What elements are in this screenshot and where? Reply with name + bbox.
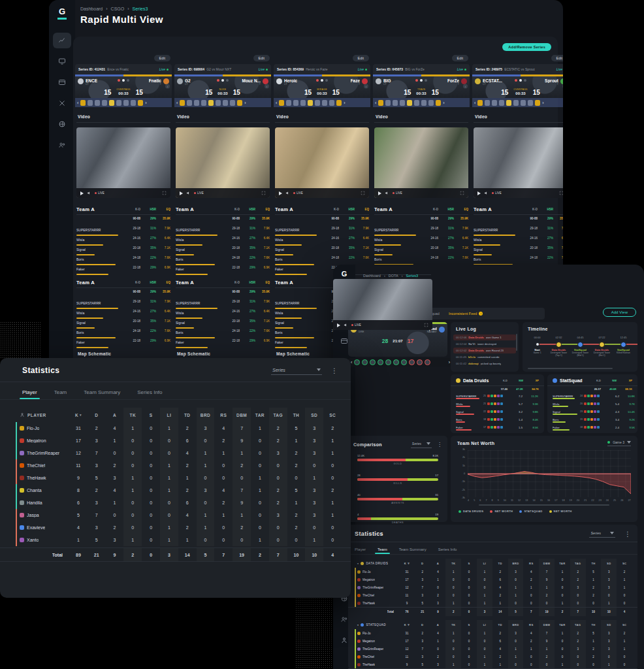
column-header[interactable]: SC (617, 559, 632, 568)
volume-icon[interactable] (385, 191, 389, 195)
timeline-event[interactable]: 12:45 StatSquad Killed Roshan (613, 336, 634, 357)
team-player-row[interactable]: SUPERSTARRR 29-18 31% 7.9K (275, 222, 369, 232)
column-header[interactable]: RS (523, 559, 539, 568)
info-icon[interactable]: i (364, 84, 368, 89)
strip-left-icon[interactable]: ‹ (474, 101, 475, 105)
column-header[interactable]: TAR (555, 620, 570, 629)
column-header[interactable]: LI (160, 408, 178, 422)
team-player-row[interactable]: Boris 24-18 22% 7.6K (176, 325, 270, 334)
video-thumbnail[interactable]: LIVE (275, 127, 369, 198)
edit-button[interactable]: Edit (154, 55, 170, 61)
play-icon[interactable] (378, 191, 381, 195)
timeline-event[interactable]: 07:22 Data Druids Destroyed Tower (Bot 1… (591, 336, 613, 357)
volume-icon[interactable] (484, 191, 489, 195)
column-header[interactable]: BRD (508, 620, 524, 629)
team-player-row[interactable]: Signal 20-18 35% 7.1K (76, 242, 170, 252)
team-player-row[interactable]: SUPERSTARRR 29-18 31% 7.9K (176, 222, 270, 232)
team-player-row[interactable]: Boris 24-18 22% 7.6K (474, 252, 563, 261)
breadcrumb-item[interactable]: CSGO (111, 7, 125, 11)
team-player-row[interactable]: Wisla 21 5-7 9.3K 16.1K (451, 400, 544, 408)
breadcrumb-item[interactable]: Dashboard (363, 274, 381, 278)
team-player-row[interactable]: Wisla 24-16 27% 6.4K (176, 305, 270, 315)
team-player-row[interactable]: Boris 24-18 22% 7.6K (76, 252, 170, 261)
strip-right-icon[interactable]: › (145, 101, 146, 105)
team-player-row[interactable]: SUPERSTARRR 29-18 31% 7.9K (76, 222, 170, 232)
player-stats-row[interactable]: Megatron 1731000602902131 (348, 637, 637, 645)
column-header[interactable]: TH (586, 620, 602, 629)
team-player-row[interactable]: SUPERSTARRR 29-18 31% 7.9K (374, 222, 468, 232)
column-header[interactable]: S (142, 408, 160, 422)
column-header[interactable]: DBM (233, 408, 251, 422)
play-icon[interactable] (180, 191, 183, 195)
column-header[interactable]: S (461, 620, 477, 629)
add-remove-series-button[interactable]: Add/Remove Series (502, 43, 551, 51)
column-header[interactable]: TH (287, 408, 306, 422)
team-player-row[interactable]: Wisla 24-16 27% 6.4K (474, 232, 563, 242)
video-thumbnail[interactable]: LIVE (176, 127, 270, 198)
team-player-row[interactable]: Signal 20-18 35% 7.1K (474, 242, 563, 252)
player-sort-icon[interactable] (20, 412, 25, 417)
breadcrumb-item[interactable]: Series3 (406, 274, 418, 278)
player-stats-row[interactable]: TheGrimReaper 1270000411103231 (348, 583, 637, 591)
round-players-strip[interactable]: ‹ › (373, 98, 470, 107)
player-stats-row[interactable]: Megatron 1731000602902131 (0, 434, 351, 447)
team-player-row[interactable]: Boris 24-18 22% 7.6K (176, 252, 270, 261)
volume-icon[interactable] (344, 323, 348, 327)
column-header[interactable]: D (415, 559, 430, 568)
tab-player[interactable]: Player (22, 387, 37, 399)
sort-icon[interactable]: ▾ (80, 413, 82, 417)
strip-right-icon[interactable]: › (449, 360, 450, 365)
player-stats-row[interactable]: Exavieve 432001210200200 (0, 521, 351, 534)
round-players-strip[interactable]: ‹ › (174, 98, 271, 107)
info-icon[interactable]: i (562, 84, 563, 89)
player-stats-row[interactable]: TheHawk 953101100010010 (0, 472, 351, 484)
strip-left-icon[interactable]: ‹ (77, 101, 78, 105)
app-logo[interactable]: G (57, 7, 67, 20)
player-stats-row[interactable]: TheGrimReaper 1270000411103231 (0, 447, 351, 459)
column-header[interactable]: SD (601, 559, 617, 568)
column-header[interactable]: BRD (197, 408, 215, 422)
column-header[interactable]: TK (123, 408, 142, 422)
column-header[interactable]: S (461, 559, 477, 568)
column-header[interactable]: D (88, 408, 106, 422)
kebab-menu-icon[interactable]: ⋮ (437, 442, 442, 448)
team-player-row[interactable]: Signal 22 3-2 9.8K 17.2K (451, 408, 544, 416)
play-icon[interactable] (477, 191, 481, 195)
tab-team-summary[interactable]: Team Summary (399, 546, 427, 554)
column-header[interactable]: SD (305, 408, 323, 422)
column-header[interactable]: TD (492, 620, 508, 629)
sort-icon[interactable]: ▾ (408, 561, 410, 565)
team-player-row[interactable]: Boris 24-18 22% 7.6K (76, 325, 170, 334)
video-thumbnail[interactable]: LIVE (76, 127, 170, 198)
team-player-row[interactable]: Wisla 20 5-4 9.7K 16.4K (547, 400, 637, 408)
tab-series-info[interactable]: Series Info (137, 387, 162, 399)
timeline-event[interactable]: 00:00 Start Game 1 (526, 336, 548, 357)
player-stats-row[interactable]: TheHawk 953101100010010 (348, 599, 637, 607)
fullscreen-icon[interactable] (261, 191, 266, 195)
tab-player[interactable]: Player (355, 546, 366, 554)
video-thumbnail[interactable]: LIVE (333, 279, 432, 330)
column-header[interactable]: LI (477, 559, 492, 568)
team-player-row[interactable]: Boris 24-18 22% 7.6K (275, 252, 369, 261)
column-header[interactable]: RS (214, 408, 233, 422)
nav-card-icon[interactable] (53, 74, 71, 90)
fullscreen-icon[interactable] (162, 191, 167, 195)
tab-series-info[interactable]: Series Info (438, 546, 457, 554)
collapse-icon[interactable]: ▾ (357, 623, 359, 627)
team-player-row[interactable]: SUPERSTARRR 29-18 31% 7.9K (474, 222, 563, 232)
statistics-filter-select[interactable]: Series (589, 530, 615, 538)
edit-button[interactable]: Edit (452, 55, 468, 61)
column-header[interactable]: TK (445, 620, 461, 629)
player-stats-row[interactable]: TheChief 1132001210200200 (348, 591, 637, 599)
strip-left-icon[interactable]: ‹ (375, 101, 376, 105)
round-players-strip[interactable]: ‹ › (274, 98, 370, 107)
edit-button[interactable]: Edit (253, 55, 270, 61)
play-icon[interactable] (80, 191, 84, 195)
edit-button[interactable]: Edit (551, 55, 563, 61)
video-thumbnail[interactable]: LIVE (474, 127, 563, 198)
column-header[interactable]: SC (323, 408, 342, 422)
column-header[interactable]: A (106, 408, 124, 422)
player-stats-row[interactable]: Flo-Jo 3124101234712532 (0, 422, 351, 434)
player-stats-row[interactable]: Chanta 824101234712532 (0, 484, 351, 497)
player-stats-row[interactable]: Jaspa 570000411103231 (0, 509, 351, 521)
